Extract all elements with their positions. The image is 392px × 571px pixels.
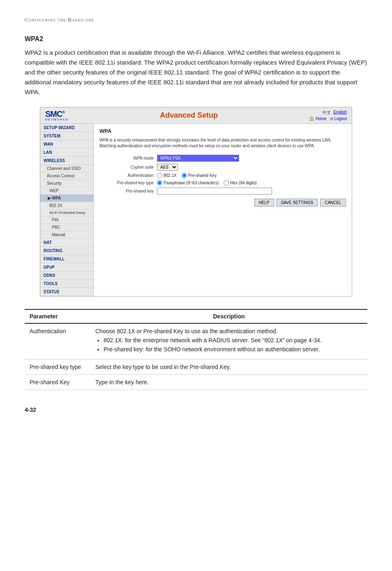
smc-logo-text: SMC® (45, 110, 68, 118)
button-row: HELP SAVE SETTINGS CANCEL (99, 199, 346, 207)
router-header: SMC® Networks Advanced Setup 中文 English … (40, 107, 352, 124)
table-row: Pre-shared Key Type in the key here. (25, 375, 367, 390)
wpa-mode-control: WPA2 PSK WPA PSK WPA2 (157, 155, 346, 162)
advanced-setup-title: Advanced Setup (68, 111, 309, 120)
desc-psk-type: Select the key type to be used in the Pr… (90, 360, 367, 375)
smc-reg: ® (62, 110, 65, 114)
desc-col-header: Description (90, 309, 367, 323)
sidebar-item-status[interactable]: STATUS (40, 288, 93, 296)
auth-row: Authentication 802.1X Pre-shared Key (99, 173, 346, 178)
auth-802-1x-label[interactable]: 802.1X (157, 173, 177, 178)
page-number: 4-32 (25, 406, 367, 413)
preshared-key-row: Pre-shared key (99, 188, 346, 195)
lang-en[interactable]: English (333, 110, 347, 116)
auth-preshared-label[interactable]: Pre-shared Key (182, 173, 217, 178)
cypher-select[interactable]: AES TKIP (157, 164, 178, 171)
sidebar-item-nat[interactable]: NAT (40, 239, 93, 247)
page-header-text: Configuring the Barricade (25, 16, 94, 23)
sidebar-item-wan[interactable]: WAN (40, 140, 93, 149)
key-passphrase-label[interactable]: Passphrase (8~63 characters) (157, 180, 219, 186)
wpa2-body: WPA2 is a product certification that is … (25, 48, 367, 97)
preshared-key-label: Pre-shared key (99, 189, 157, 193)
param-psk: Pre-shared Key (25, 375, 90, 390)
sidebar-item-lan[interactable]: LAN (40, 149, 93, 157)
wpa-mode-row: WPA mode WPA2 PSK WPA PSK WPA2 (99, 155, 346, 162)
wpa2-section: WPA2 WPA2 is a product certification tha… (25, 35, 367, 97)
cypher-label: Cypher suite (99, 165, 157, 169)
page-header: Configuring the Barricade (25, 16, 367, 23)
auth-preshared-radio[interactable] (182, 173, 187, 178)
content-title: WPA (99, 128, 346, 134)
sidebar-item-manual[interactable]: Manual (40, 231, 93, 239)
sidebar-item-routing[interactable]: ROUTING (40, 247, 93, 255)
auth-802-1x-radio[interactable] (157, 173, 162, 178)
desc-psk: Type in the key here. (90, 375, 367, 390)
lang-row: 中文 English (323, 110, 347, 116)
lang-zh[interactable]: 中文 (323, 110, 331, 116)
wpa-mode-label: WPA mode (99, 156, 157, 160)
cypher-row: Cypher suite AES TKIP (99, 164, 346, 171)
save-button[interactable]: SAVE SETTINGS (277, 199, 318, 207)
router-ui: SMC® Networks Advanced Setup 中文 English … (40, 107, 352, 297)
sidebar-item-ddns[interactable]: DDNS (40, 272, 93, 280)
sidebar-item-firewall[interactable]: FIREWALL (40, 255, 93, 263)
param-authentication: Authentication (25, 323, 90, 360)
key-passphrase-radio[interactable] (157, 180, 162, 186)
content-desc: WPA is a security enhancement that stron… (99, 137, 346, 149)
key-hex-radio[interactable] (224, 180, 229, 186)
nav-links: 🏠 Home ⊙ Logout (309, 116, 347, 121)
table-row: Pre-shared key type Select the key type … (25, 360, 367, 375)
sidebar-item-access-control[interactable]: Access Control (40, 172, 93, 180)
cancel-button[interactable]: CANCEL (320, 199, 346, 207)
sidebar-item-setup-wizard[interactable]: SETUP WIZARD (40, 124, 93, 132)
sidebar-item-wifi-protected[interactable]: Wi-Fi Protected Setup (40, 209, 93, 216)
key-type-label: Pre-shared key type (99, 181, 157, 185)
sidebar-item-tools[interactable]: TOOLS (40, 280, 93, 288)
preshared-key-control (157, 188, 346, 195)
help-button[interactable]: HELP (254, 199, 274, 207)
home-link[interactable]: 🏠 Home (309, 116, 326, 121)
wpa-mode-select[interactable]: WPA2 PSK WPA PSK WPA2 (157, 155, 239, 162)
sidebar-item-wireless[interactable]: WIRELESS (40, 157, 93, 165)
wpa2-title: WPA2 (25, 35, 367, 43)
key-type-row: Pre-shared key type Passphrase (8~63 cha… (99, 180, 346, 186)
sidebar-item-upnp[interactable]: UPnP (40, 263, 93, 272)
sidebar: SETUP WIZARD SYSTEM WAN LAN WIRELESS Cha… (40, 124, 94, 296)
preshared-key-input[interactable] (157, 188, 272, 195)
param-col-header: Parameter (25, 309, 90, 323)
router-main: SETUP WIZARD SYSTEM WAN LAN WIRELESS Cha… (40, 124, 352, 296)
sidebar-item-wep[interactable]: WEP (40, 187, 93, 195)
param-psk-type: Pre-shared key type (25, 360, 90, 375)
table-row: Authentication Choose 802.1X or Pre-shar… (25, 323, 367, 360)
sidebar-item-pin[interactable]: PIN (40, 216, 93, 224)
key-type-control: Passphrase (8~63 characters) Hex (64 dig… (157, 180, 346, 186)
key-hex-label[interactable]: Hex (64 digits) (224, 180, 256, 186)
sidebar-item-system[interactable]: SYSTEM (40, 132, 93, 140)
smc-logo: SMC® Networks (45, 110, 68, 121)
content-area: WPA WPA is a security enhancement that s… (94, 124, 352, 296)
cypher-control: AES TKIP (157, 164, 346, 171)
sidebar-item-wpa[interactable]: ▶WPA (40, 195, 93, 202)
sidebar-item-channel-ssid[interactable]: Channel and SSID (40, 165, 93, 172)
logout-link[interactable]: ⊙ Logout (330, 116, 347, 121)
sidebar-item-pbc[interactable]: PBC (40, 224, 93, 231)
networks-text: Networks (45, 118, 68, 121)
auth-control: 802.1X Pre-shared Key (157, 173, 346, 178)
auth-label: Authentication (99, 173, 157, 178)
sidebar-item-security[interactable]: Security (40, 180, 93, 187)
desc-authentication: Choose 802.1X or Pre-shared Key to use a… (90, 323, 367, 360)
param-table: Parameter Description Authentication Cho… (25, 309, 367, 390)
header-nav: 中文 English 🏠 Home ⊙ Logout (309, 110, 347, 121)
sidebar-item-802-1x[interactable]: 802.1X (40, 202, 93, 209)
